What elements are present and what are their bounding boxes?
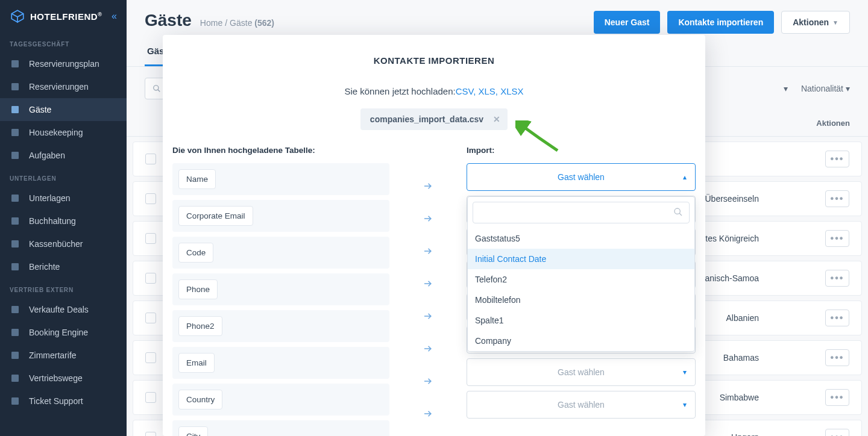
destination-select[interactable]: Gast wählen▾: [467, 358, 696, 386]
source-column-chip: Phone: [178, 279, 218, 299]
svg-point-14: [154, 86, 159, 90]
chevron-down-icon: ▾: [846, 84, 850, 93]
sidebar-item-ticket-support[interactable]: Ticket Support: [0, 390, 127, 413]
row-checkbox[interactable]: [145, 432, 156, 436]
mapping-arrow-icon: [410, 400, 446, 428]
dropdown-option[interactable]: Spalte1: [468, 310, 694, 331]
sidebar-item-kassenbücher[interactable]: Kassenbücher: [0, 232, 127, 255]
source-column-chip: Corporate Email: [178, 206, 253, 226]
breadcrumb-home[interactable]: Home: [200, 18, 222, 28]
logo-cube-icon: [10, 8, 25, 24]
svg-rect-8: [11, 263, 19, 270]
chevron-icon: ▴: [683, 173, 687, 181]
dropdown-option[interactable]: Company: [468, 331, 694, 351]
source-column-row: Email: [172, 347, 389, 379]
sidebar-item-gäste[interactable]: Gäste: [0, 98, 127, 121]
sidebar-item-housekeeping[interactable]: Housekeeping: [0, 121, 127, 144]
person-icon: [10, 104, 20, 115]
breadcrumb-page[interactable]: Gäste: [230, 18, 252, 28]
svg-rect-4: [11, 152, 19, 159]
sidebar-item-zimmertarife[interactable]: Zimmertarife: [0, 344, 127, 367]
row-checkbox[interactable]: [145, 233, 156, 244]
source-column-chip: City: [178, 426, 208, 436]
row-checkbox[interactable]: [145, 352, 156, 363]
sidebar-item-unterlagen[interactable]: Unterlagen: [0, 187, 127, 210]
row-checkbox[interactable]: [145, 154, 156, 164]
row-checkbox[interactable]: [145, 313, 156, 323]
destination-placeholder: Gast wählen: [558, 172, 605, 182]
chevron-down-icon: ▾: [784, 84, 788, 93]
sidebar-section-label: TAGESGESCHÄFT: [0, 33, 127, 52]
svg-rect-12: [11, 375, 19, 382]
th-actions: Aktionen: [816, 119, 850, 128]
uploaded-file-name: companies_import_data.csv: [370, 114, 483, 124]
import-modal: KONTAKTE IMPORTIEREN Sie können jetzt ho…: [163, 35, 705, 436]
sidebar-item-label: Booking Engine: [29, 328, 88, 337]
import-contacts-button[interactable]: Kontakte importieren: [667, 11, 774, 34]
filter-nationality[interactable]: Nationalität ▾: [801, 84, 850, 93]
mapping-arrow-icon: [410, 302, 446, 330]
row-actions-button[interactable]: •••: [825, 230, 849, 247]
sidebar-item-berichte[interactable]: Berichte: [0, 255, 127, 278]
sidebar-item-label: Vertriebswege: [29, 373, 83, 383]
row-actions-button[interactable]: •••: [825, 151, 849, 167]
svg-rect-1: [11, 83, 19, 90]
row-actions-button[interactable]: •••: [825, 270, 849, 287]
new-guest-button[interactable]: Neuer Gast: [594, 11, 661, 34]
uploaded-file-chip: companies_import_data.csv ✕: [360, 108, 508, 130]
sidebar-item-buchhaltung[interactable]: Buchhaltung: [0, 210, 127, 232]
engine-icon: [10, 327, 20, 338]
svg-rect-11: [11, 352, 19, 359]
dropdown-option[interactable]: Gaststatus5: [468, 228, 694, 249]
topbar: Gäste Home/Gäste (562) Neuer Gast Kontak…: [127, 0, 868, 34]
chevron-icon: ▾: [683, 368, 687, 376]
upload-formats: CSV, XLS, XLSX: [456, 86, 524, 96]
row-actions-button[interactable]: •••: [825, 349, 849, 366]
sidebar-header: HOTELFRIEND® «: [0, 0, 127, 33]
row-checkbox[interactable]: [145, 392, 156, 403]
svg-rect-7: [11, 240, 19, 248]
modal-title: KONTAKTE IMPORTIEREN: [163, 55, 705, 66]
source-column-chip: Phone2: [178, 316, 222, 336]
dropdown-search-input[interactable]: [473, 202, 690, 223]
sidebar-item-reservierungsplan[interactable]: Reservierungsplan: [0, 52, 127, 75]
cell-nationality: Bahamas: [723, 353, 759, 363]
sidebar-item-booking-engine[interactable]: Booking Engine: [0, 321, 127, 344]
document-icon: [10, 81, 20, 92]
dropdown-option[interactable]: Mobiltelefon: [468, 290, 694, 310]
caret-down-icon: ▼: [832, 19, 838, 26]
destination-select[interactable]: Gast wählen▴Gaststatus5Initial Contact D…: [467, 163, 696, 191]
mapping-arrow-icon: [410, 172, 446, 200]
sidebar-item-label: Unterlagen: [29, 193, 71, 203]
destination-dropdown: Gaststatus5Initial Contact DateTelefon2M…: [467, 196, 695, 352]
source-column-row: Country: [172, 384, 389, 416]
sidebar-collapse-button[interactable]: «: [112, 11, 117, 22]
mapping-arrow-icon: [410, 205, 446, 232]
book-icon: [10, 238, 20, 249]
row-actions-button[interactable]: •••: [825, 429, 849, 436]
dropdown-option[interactable]: Telefon2: [468, 269, 694, 290]
sidebar-item-vertriebswege[interactable]: Vertriebswege: [0, 367, 127, 390]
svg-rect-0: [11, 60, 19, 67]
source-column-row: City: [172, 420, 389, 436]
row-actions-button[interactable]: •••: [825, 190, 849, 207]
actions-dropdown-button[interactable]: Aktionen▼: [781, 11, 850, 34]
row-checkbox[interactable]: [145, 273, 156, 284]
sidebar-item-verkaufte-deals[interactable]: Verkaufte Deals: [0, 298, 127, 321]
row-actions-button[interactable]: •••: [825, 389, 849, 406]
remove-file-button[interactable]: ✕: [493, 114, 500, 124]
dropdown-option[interactable]: Initial Contact Date: [468, 249, 694, 269]
sidebar-item-aufgaben[interactable]: Aufgaben: [0, 144, 127, 167]
filter-unknown[interactable]: ▾: [779, 84, 788, 93]
destination-placeholder: Gast wählen: [558, 367, 605, 377]
svg-rect-9: [11, 306, 19, 313]
source-column-chip: Email: [178, 353, 215, 373]
row-checkbox[interactable]: [145, 193, 156, 204]
destination-select[interactable]: Gast wählen▾: [467, 391, 696, 419]
row-actions-button[interactable]: •••: [825, 310, 849, 326]
svg-rect-13: [11, 397, 19, 405]
sidebar-item-label: Verkaufte Deals: [29, 305, 89, 314]
page-title: Gäste: [145, 11, 192, 30]
source-column-row: Code: [172, 237, 389, 269]
sidebar-item-reservierungen[interactable]: Reservierungen: [0, 75, 127, 98]
